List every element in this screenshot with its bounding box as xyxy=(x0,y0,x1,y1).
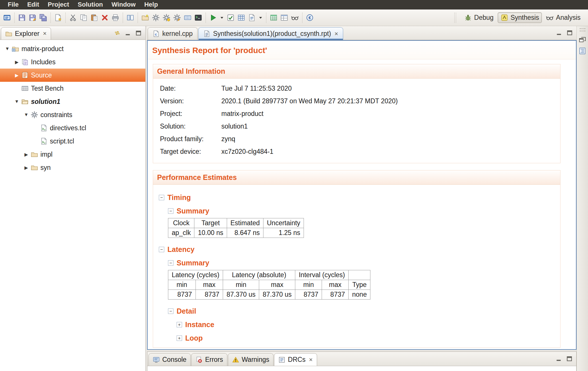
toolbar-separator xyxy=(65,13,66,23)
window-viewer-icon[interactable] xyxy=(279,12,290,23)
tree-collapsed-arrow-icon[interactable]: ▶ xyxy=(12,73,21,78)
menu-solution[interactable]: Solution xyxy=(73,1,107,8)
table-cell: 8737 xyxy=(168,290,196,300)
tree-item-solution1[interactable]: ▼solution1 xyxy=(0,95,145,108)
menu-edit[interactable]: Edit xyxy=(23,1,44,8)
maximize-icon[interactable] xyxy=(135,30,142,36)
close-tab-icon[interactable]: × xyxy=(309,356,313,364)
detail-instance-toggle[interactable]: + Instance xyxy=(177,321,558,329)
tree-collapsed-arrow-icon[interactable]: ▶ xyxy=(22,165,31,170)
save-icon[interactable] xyxy=(17,12,27,23)
open-report-icon[interactable] xyxy=(247,12,257,23)
field-label: Solution: xyxy=(155,123,221,130)
run-dropdown-icon[interactable] xyxy=(218,12,225,23)
collapse-icon[interactable]: − xyxy=(168,308,173,314)
general-info-row: Target device:xc7z020-clg484-1 xyxy=(155,145,558,158)
timing-section-toggle[interactable]: − Timing xyxy=(159,193,558,202)
bottom-tab-errors[interactable]: Errors xyxy=(191,353,227,366)
outline-view-icon[interactable] xyxy=(579,47,586,55)
perspective-synthesis[interactable]: Synthesis xyxy=(498,12,542,23)
project-settings-icon[interactable] xyxy=(151,12,161,23)
main-area: Explorer × ▼matrix-product▶Includes▶Sour… xyxy=(0,26,588,371)
timing-summary-toggle[interactable]: − Summary xyxy=(168,207,558,215)
tree-item-label: matrix-product xyxy=(19,45,64,53)
table-header-cell: Uncertainty xyxy=(263,218,304,228)
bottom-tab-warnings[interactable]: Warnings xyxy=(228,353,274,366)
export-rtl-icon[interactable] xyxy=(236,12,247,23)
tree-item-source[interactable]: ▶Source xyxy=(0,69,145,82)
save-as-icon[interactable] xyxy=(27,12,38,23)
perspective-debug[interactable]: Debug xyxy=(461,12,497,23)
expand-icon[interactable]: + xyxy=(177,322,182,327)
tree-expanded-arrow-icon[interactable]: ▼ xyxy=(3,46,12,51)
minimize-icon[interactable] xyxy=(556,29,562,36)
bottom-tab-console[interactable]: Console xyxy=(149,353,191,366)
tree-expanded-arrow-icon[interactable]: ▼ xyxy=(12,99,21,104)
latency-label: Latency xyxy=(167,245,194,254)
tree-collapsed-arrow-icon[interactable]: ▶ xyxy=(22,152,31,157)
tree-collapsed-arrow-icon[interactable]: ▶ xyxy=(12,59,21,65)
explorer-view-tab[interactable]: Explorer × xyxy=(1,27,51,40)
collapse-icon[interactable]: − xyxy=(159,247,164,252)
perspective-analysis[interactable]: Analysis xyxy=(543,12,583,23)
editor-tab-synthesis-solution1-product-csynth-rpt[interactable]: Synthesis(solution1)(product_csynth.rpt)… xyxy=(198,27,343,40)
minimize-icon[interactable] xyxy=(555,355,562,362)
right-toolbar-handle xyxy=(580,28,585,31)
toggle-columns-icon[interactable] xyxy=(125,12,136,23)
bottom-tab-drcs[interactable]: DRCs× xyxy=(274,353,317,366)
print-icon[interactable] xyxy=(110,12,121,23)
new-folder-icon[interactable] xyxy=(140,12,151,23)
general-information-section: General Information Date:Tue Jul 7 11:25… xyxy=(153,64,560,163)
detail-label: Detail xyxy=(177,307,196,315)
tree-item-includes[interactable]: ▶Includes xyxy=(0,55,145,69)
close-tab-icon[interactable]: × xyxy=(335,30,338,38)
detail-loop-toggle[interactable]: + Loop xyxy=(177,334,558,342)
restore-view-icon[interactable] xyxy=(579,36,586,43)
maximize-icon[interactable] xyxy=(566,29,573,36)
tree-item-constraints[interactable]: ▼constraints xyxy=(0,108,145,121)
delete-icon[interactable] xyxy=(99,12,110,23)
tree-item-syn[interactable]: ▶syn xyxy=(0,161,145,174)
latency-detail-toggle[interactable]: − Detail xyxy=(168,307,558,315)
source-icon xyxy=(21,71,29,79)
terminal-icon[interactable] xyxy=(193,12,204,23)
menu-window[interactable]: Window xyxy=(107,1,140,8)
table-viewer-icon[interactable] xyxy=(268,12,279,23)
table-cell: 8.647 ns xyxy=(227,228,263,238)
tree-item-test-bench[interactable]: Test Bench xyxy=(0,82,145,95)
collapse-icon[interactable]: − xyxy=(168,260,173,266)
run-synthesis-icon[interactable] xyxy=(208,12,218,23)
menu-project[interactable]: Project xyxy=(43,1,73,8)
report-dropdown-icon[interactable] xyxy=(257,12,264,23)
tree-item-directives-tcl[interactable]: directives.tcl xyxy=(0,121,145,135)
menu-help[interactable]: Help xyxy=(140,1,162,8)
run-cosim-icon[interactable] xyxy=(225,12,236,23)
maximize-icon[interactable] xyxy=(566,355,573,362)
cut-icon[interactable] xyxy=(68,12,78,23)
tree-expanded-arrow-icon[interactable]: ▼ xyxy=(22,112,31,117)
expand-icon[interactable]: + xyxy=(177,335,182,341)
collapse-icon[interactable]: − xyxy=(168,208,173,214)
close-view-icon[interactable]: × xyxy=(43,30,47,37)
paste-icon[interactable] xyxy=(89,12,99,23)
minimize-icon[interactable] xyxy=(124,30,131,36)
new-wizard-icon[interactable] xyxy=(2,12,12,23)
latency-section-toggle[interactable]: − Latency xyxy=(159,245,558,254)
directive-settings-icon[interactable] xyxy=(172,12,182,23)
report-title: Synthesis Report for 'product' xyxy=(148,41,576,59)
tree-item-impl[interactable]: ▶impl xyxy=(0,148,145,161)
sync-icon[interactable] xyxy=(114,30,121,36)
tree-item-script-tcl[interactable]: script.tcl xyxy=(0,135,145,148)
copy-icon[interactable] xyxy=(78,12,89,23)
collapse-icon[interactable]: − xyxy=(159,195,164,200)
latency-summary-toggle[interactable]: − Summary xyxy=(168,259,558,267)
new-file-icon[interactable] xyxy=(53,12,63,23)
editor-tab-kernel-cpp[interactable]: ckernel.cpp xyxy=(148,27,198,40)
help-icon[interactable]: € xyxy=(304,12,315,23)
tree-item-matrix-product[interactable]: ▼matrix-product xyxy=(0,42,145,55)
run-csim-icon[interactable] xyxy=(182,12,193,23)
solution-settings-icon[interactable] xyxy=(161,12,172,23)
save-all-icon[interactable] xyxy=(38,12,48,23)
menu-file[interactable]: File xyxy=(3,1,23,8)
analysis-viewer-icon[interactable] xyxy=(290,12,300,23)
